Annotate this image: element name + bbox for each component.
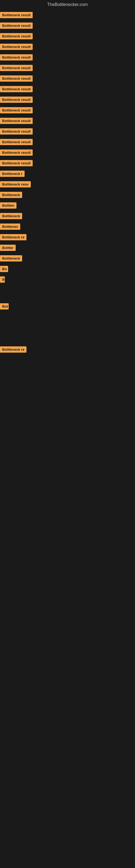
bottleneck-result-label[interactable]: Bottleneck [0,255,22,261]
list-item [0,293,135,302]
list-item: Bottleneck result [0,137,135,148]
list-item [0,364,135,372]
site-title: TheBottlenecker.com [0,0,135,10]
items-container: Bottleneck resultBottleneck resultBottle… [0,10,135,372]
bottleneck-result-label[interactable]: Bottleneck r [0,170,25,177]
list-item: Bottleneck result [0,127,135,137]
list-item [0,337,135,345]
bottleneck-result-label[interactable]: Bottleneck result [0,97,33,103]
list-item: Bo [0,264,135,275]
bottleneck-result-label[interactable]: Bot [0,303,9,310]
bottleneck-result-label[interactable]: Bottleneck result [0,23,33,29]
list-item: Bottleneck result [0,116,135,127]
list-item: Bottleneck re [0,345,135,355]
list-item: Bottlen [0,201,135,211]
bottleneck-result-label[interactable]: Bottleneck result [0,128,33,134]
bottleneck-result-label[interactable]: Bottleneck result [0,160,33,166]
list-item: Bottleneck result [0,10,135,21]
list-item: Bottleneck re [0,232,135,243]
bottleneck-result-label[interactable]: Bottleneck result [0,107,33,113]
page-wrapper: TheBottlenecker.com Bottleneck resultBot… [0,0,135,372]
list-item: Bottleneck result [0,148,135,158]
list-item: Bottleneck result [0,31,135,42]
list-item: Bottlenec [0,222,135,232]
bottleneck-result-label[interactable]: Bottleneck result [0,75,33,82]
bottleneck-result-label[interactable]: Bottler [0,245,16,251]
list-item: Bottleneck r [0,169,135,180]
list-item: Bottleneck result [0,84,135,95]
list-item: Bottleneck result [0,42,135,53]
bottleneck-result-label[interactable]: Bottleneck result [0,44,33,50]
bottleneck-result-label[interactable]: Bottleneck [0,213,22,219]
bottleneck-result-label[interactable]: Bottlen [0,203,16,209]
bottleneck-result-label[interactable]: Bottleneck result [0,150,33,156]
list-item: Bot [0,302,135,312]
bottleneck-result-label[interactable]: Bottleneck [0,192,22,198]
bottleneck-result-label[interactable]: Bottleneck result [0,139,33,145]
bottleneck-result-label[interactable]: Bottleneck result [0,54,33,61]
list-item [0,285,135,293]
list-item: Bottleneck result [0,21,135,31]
list-item: Bottleneck result [0,158,135,169]
list-item [0,329,135,337]
bottleneck-result-label[interactable]: Bottleneck result [0,33,33,39]
bottleneck-result-label[interactable]: Bottleneck result [0,65,33,71]
list-item: Bottleneck result [0,74,135,84]
list-item: Bottleneck result [0,105,135,116]
bottleneck-result-label[interactable]: Bottlenec [0,223,20,230]
list-item: Bottleneck [0,254,135,264]
list-item [0,355,135,364]
bottleneck-result-label[interactable]: Bottleneck result [0,118,33,124]
list-item: Bottleneck resu [0,180,135,190]
list-item [0,320,135,329]
list-item: Bottleneck result [0,95,135,105]
list-item: Bottler [0,243,135,254]
list-item [0,312,135,320]
list-item: Bottleneck [0,190,135,201]
bottleneck-result-label[interactable]: Bottleneck resu [0,181,31,187]
bottleneck-result-label[interactable]: Bottleneck re [0,346,27,352]
list-item: B [0,275,135,285]
bottleneck-result-label[interactable]: B [0,276,5,283]
bottleneck-result-label[interactable]: Bo [0,266,8,272]
bottleneck-result-label[interactable]: Bottleneck re [0,234,27,240]
bottleneck-result-label[interactable]: Bottleneck result [0,12,33,18]
list-item: Bottleneck result [0,53,135,63]
bottleneck-result-label[interactable]: Bottleneck result [0,86,33,92]
list-item: Bottleneck result [0,63,135,74]
list-item: Bottleneck [0,211,135,222]
